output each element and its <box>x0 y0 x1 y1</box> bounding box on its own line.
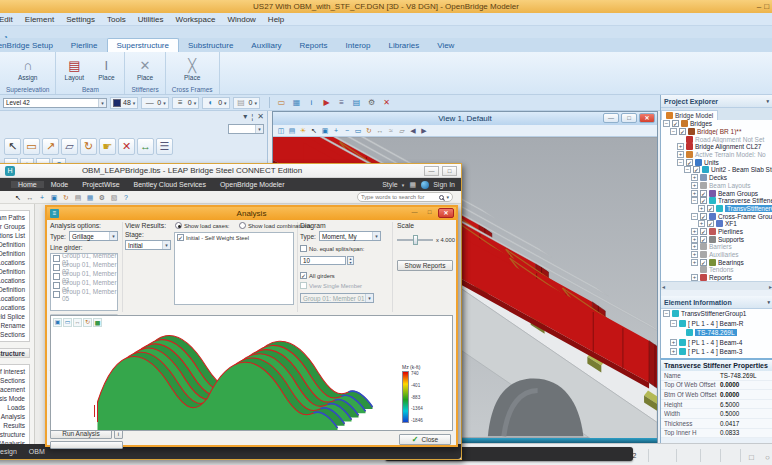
measure-icon[interactable]: ↔ <box>137 138 154 155</box>
report-icon[interactable]: ▤ <box>73 192 83 202</box>
sidebar-item-splice-locations[interactable]: Splice Locations <box>0 303 29 312</box>
delete-icon[interactable]: ✕ <box>118 138 135 155</box>
leap-footer-tab-design[interactable]: Design <box>0 448 17 455</box>
single-member-checkbox[interactable] <box>300 282 307 289</box>
checkbox-icon[interactable]: ✓ <box>700 197 707 204</box>
splits-spinner[interactable]: ▴▾ <box>347 256 354 265</box>
close-red-icon[interactable]: ✕ <box>381 97 392 108</box>
info-icon[interactable]: i <box>306 97 317 108</box>
zoom-fit-icon[interactable]: ▣ <box>49 192 59 202</box>
chevron-down-icon[interactable]: ▾ <box>767 299 770 305</box>
tree-item-transverse-stiffener-gro[interactable]: −✓Transverse Stiffener Gro <box>661 197 772 205</box>
checkbox-icon[interactable] <box>53 291 60 298</box>
tree-item-road-alignment-not-set[interactable]: Road Alignment Not Set <box>661 135 772 143</box>
checkbox-icon[interactable] <box>53 264 60 271</box>
checkbox-icon[interactable] <box>53 282 60 289</box>
chart-icon[interactable]: ▅ <box>93 318 102 327</box>
expand-icon[interactable]: + <box>677 151 684 158</box>
tree-item-pl-1-4-beam-3[interactable]: +[ PL 1 - 4 ] Beam-3 <box>661 347 772 357</box>
rotate-icon[interactable]: ↻ <box>80 138 97 155</box>
expand-icon[interactable]: + <box>691 228 698 235</box>
copy-view-icon[interactable]: ▱ <box>397 126 407 136</box>
chevron-down-icon[interactable]: ▾ <box>402 182 405 188</box>
adjust-brightness-icon[interactable]: ☀ <box>298 126 308 136</box>
line-style-field[interactable]: —0▾ <box>141 97 168 109</box>
sidebar-item-sections[interactable]: Sections <box>0 330 29 339</box>
load-case-checkbox[interactable]: ✓ <box>177 234 184 241</box>
view-title-bar[interactable]: View 1, Default — □ ✕ <box>273 112 657 125</box>
tree-item-transvstiffenergroup1[interactable]: +✓TransvStiffenerGroup1 <box>661 205 772 213</box>
property-row-height[interactable]: Height6.5000 <box>661 400 772 410</box>
tree-item-bearings[interactable]: +✓Bearings <box>661 258 772 266</box>
horizontal-scrollbar[interactable]: ◂▸ <box>661 281 772 290</box>
sidebar-item-analysis[interactable]: Analysis <box>0 412 29 421</box>
sidebar-item-sections[interactable]: Sections <box>0 376 29 385</box>
expand-icon[interactable]: + <box>691 243 698 250</box>
cross-frames-place-button[interactable]: ╳Place <box>178 56 206 83</box>
menu-item-element[interactable]: Element <box>19 15 60 24</box>
property-row-name[interactable]: NameTS-748.269L <box>661 371 772 381</box>
checkbox-icon[interactable] <box>53 273 60 280</box>
expand-icon[interactable]: + <box>691 274 698 281</box>
zoom-extents-icon[interactable]: ▣ <box>53 318 62 327</box>
project-explorer-header[interactable]: Project Explorer ▾ <box>661 95 772 108</box>
leap-tab-projectwise[interactable]: ProjectWise <box>75 181 126 188</box>
color-swatch-field[interactable]: 48▾ <box>110 97 138 109</box>
zoom-in-icon[interactable]: + <box>331 126 341 136</box>
expand-icon[interactable]: − <box>663 310 670 317</box>
sidebar-item-girder-definition[interactable]: Girder Definition <box>0 240 29 249</box>
tree-item-xf1[interactable]: +✓XF1 <box>661 220 772 228</box>
checkbox-icon[interactable]: ✓ <box>679 128 686 135</box>
ribbon-tab-openbridge-setup[interactable]: OpenBridge Setup <box>0 39 62 52</box>
tree-item-auxiliaries[interactable]: +Auxiliaries <box>661 251 772 259</box>
fence-icon[interactable]: ▭ <box>23 138 40 155</box>
search-box[interactable]: ▾ <box>357 192 453 202</box>
diagram-type-combo[interactable]: Moment, My▾ <box>319 231 381 241</box>
sidebar-item-cross-frame-diaphragm-definition[interactable]: Cross-Frame/Diaphragm Definition <box>0 249 29 258</box>
layout-icon[interactable]: ▧ <box>109 192 119 202</box>
pan-icon[interactable]: ↔ <box>73 318 82 327</box>
beam-place-icon[interactable]: I <box>101 58 112 73</box>
expand-icon[interactable]: + <box>677 143 684 150</box>
analysis-title-bar[interactable]: ≡ Analysis — □ ✕ <box>47 207 456 220</box>
tab-bridge-model[interactable]: Bridge Model <box>661 110 718 120</box>
clipped-button[interactable] <box>50 441 123 449</box>
expand-icon[interactable]: − <box>691 213 698 220</box>
expand-icon[interactable]: + <box>691 259 698 266</box>
expand-icon[interactable]: − <box>677 159 684 166</box>
expand-icon[interactable]: − <box>663 120 670 127</box>
ribbon-tab-interop[interactable]: Interop <box>337 39 380 52</box>
moment-diagram-plot[interactable]: ▣▭↔↻▅ Mz (k-ft) 740-401-883-1364-1846 <box>50 315 453 431</box>
expand-icon[interactable]: − <box>670 320 677 327</box>
zoom-in-icon[interactable]: + <box>37 192 47 202</box>
ribbon-tab-auxiliary[interactable]: Auxiliary <box>242 39 290 52</box>
assign-superelevation-icon[interactable]: ∩ <box>22 58 33 73</box>
minimize-button[interactable]: – <box>757 2 761 11</box>
move-icon[interactable]: ↗ <box>42 138 59 155</box>
group-member-combo[interactable]: Group 01: Member 01▾ <box>300 293 374 303</box>
walk-icon[interactable]: ≈ <box>386 126 396 136</box>
view-maximize-button[interactable]: □ <box>621 113 637 123</box>
transparency-field[interactable]: ◐0▾ <box>202 97 229 109</box>
chevron-down-icon[interactable]: ▾ <box>194 100 197 106</box>
tree-item-unit2-beam-slab-steel[interactable]: −✓Unit2 - Beam Slab Steel <box>661 166 772 174</box>
tree-item-pl-1-4-beam-r[interactable]: −[ PL 1 - 4 ] Beam-R <box>661 319 772 329</box>
rotate-icon[interactable]: ↻ <box>61 192 71 202</box>
ribbon-tab-view[interactable]: View <box>428 39 463 52</box>
sidebar-item-girder-groups[interactable]: Girder Groups <box>0 222 29 231</box>
splits-field[interactable]: 10 <box>300 256 346 265</box>
checkbox-icon[interactable]: ✓ <box>707 220 714 227</box>
view-minimize-button[interactable]: — <box>603 113 619 123</box>
checkbox-icon[interactable]: ✓ <box>686 159 693 166</box>
ribbon-tab-libraries[interactable]: Libraries <box>380 39 429 52</box>
expand-icon[interactable]: + <box>691 236 698 243</box>
leap-footer-tab-obm[interactable]: OBM <box>29 448 45 455</box>
tree-item-cross-frame-groups[interactable]: −✓Cross-Frame Groups <box>661 212 772 220</box>
checkbox-icon[interactable]: ✓ <box>707 205 714 212</box>
sidebar-item-cross-frame-diaphragm-locations[interactable]: Cross-Frame/Diaphragm Locations <box>0 258 29 267</box>
chevron-down-icon[interactable]: ▾ <box>766 98 769 104</box>
property-row-thickness[interactable]: Thickness0.0417 <box>661 419 772 429</box>
leap-maximize-button[interactable]: □ <box>442 166 457 176</box>
expand-icon[interactable]: − <box>670 128 677 135</box>
search-icon[interactable] <box>439 195 444 200</box>
